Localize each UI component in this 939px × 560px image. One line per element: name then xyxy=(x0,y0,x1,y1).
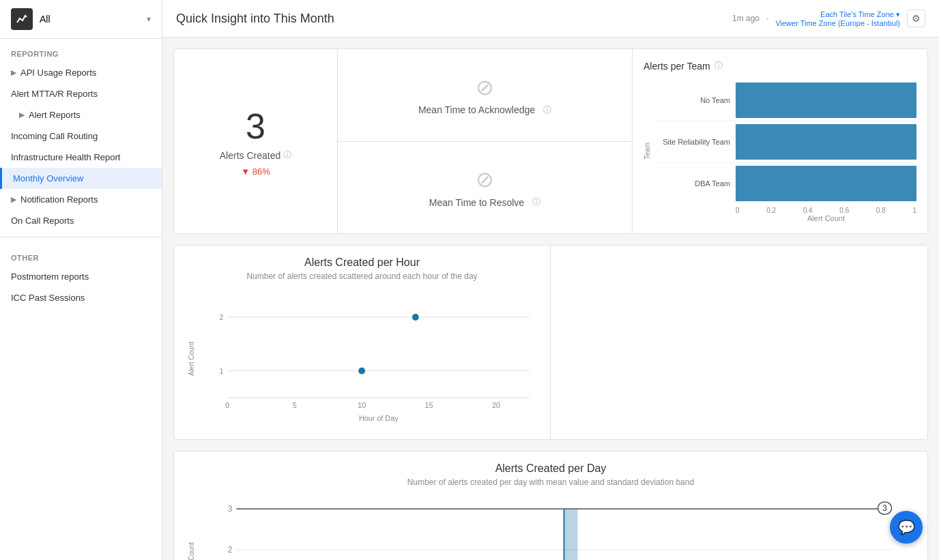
tick-02: 0.2 xyxy=(766,207,776,214)
per-day-title: Alerts Created per Day xyxy=(188,462,914,475)
scatter-chart-tile: Alerts Created per Hour Number of alerts… xyxy=(174,246,551,439)
team-row-srt: Site Reliability Team xyxy=(654,121,916,163)
last-updated: 1m ago xyxy=(732,14,760,23)
sidebar-item-label: ICC Past Sessions xyxy=(11,293,85,303)
mtta-label: Mean Time to Acknowledge ⓘ xyxy=(418,104,551,116)
svg-text:5: 5 xyxy=(293,401,297,409)
bar-fill-dba xyxy=(736,166,916,201)
tick-06: 0.6 xyxy=(839,207,849,214)
sidebar-item-alert-mttar[interactable]: Alert MTTA/R Reports xyxy=(0,83,162,104)
svg-text:3: 3 xyxy=(882,503,887,513)
sidebar-item-label: On Call Reports xyxy=(11,216,74,226)
svg-text:20: 20 xyxy=(492,401,500,409)
tick-08: 0.8 xyxy=(876,207,886,214)
dashboard: 3 Alerts Created ⓘ ▼ 86% ⊘ Mean Time to … xyxy=(162,38,939,560)
alerts-team-info-icon[interactable]: ⓘ xyxy=(714,60,723,72)
alerts-change-badge: ▼ 86% xyxy=(241,166,270,177)
header-right: 1m ago · Each Tile's Time Zone ▾ Viewer … xyxy=(732,10,925,27)
expand-icon: ▶ xyxy=(11,68,16,77)
svg-text:Hour of Day: Hour of Day xyxy=(359,414,399,422)
timezone-info: Each Tile's Time Zone ▾ Viewer Time Zone… xyxy=(775,10,900,27)
team-x-label: Alert Count xyxy=(654,214,916,222)
scatter-chart-body: 2 1 0 5 10 15 20 Hour of Day xyxy=(201,289,536,428)
team-label-no-team: No Team xyxy=(654,96,736,104)
sidebar-divider xyxy=(0,237,162,237)
right-placeholder xyxy=(551,246,927,439)
sidebar-item-incoming-call[interactable]: Incoming Call Routing xyxy=(0,126,162,147)
top-row: 3 Alerts Created ⓘ ▼ 86% ⊘ Mean Time to … xyxy=(173,48,928,234)
per-day-y-axis-label: Count xyxy=(188,542,195,560)
svg-text:0: 0 xyxy=(225,401,229,409)
mtta-label-text: Mean Time to Acknowledge xyxy=(418,104,535,115)
bar-fill-no-team xyxy=(736,83,916,118)
team-bar-no-team xyxy=(736,80,916,121)
scatter-inner: Alert Count 2 1 0 5 xyxy=(188,289,536,428)
timezone-value[interactable]: Viewer Time Zone (Europe - Istanbul) xyxy=(775,19,900,27)
team-y-axis-label: Team xyxy=(644,143,651,159)
expand-icon: ▶ xyxy=(19,110,25,119)
sidebar-item-label: Notification Reports xyxy=(20,194,98,205)
app-logo-icon xyxy=(11,8,33,30)
middle-row: Alerts Created per Hour Number of alerts… xyxy=(173,245,928,440)
sidebar-item-infra-health[interactable]: Infrastructure Health Report xyxy=(0,147,162,168)
mtta-null-icon: ⊘ xyxy=(476,74,494,100)
scatter-point-1 xyxy=(358,368,365,374)
sidebar-item-on-call-reports[interactable]: On Call Reports xyxy=(0,210,162,231)
team-bar-srt xyxy=(736,121,916,162)
svg-text:1: 1 xyxy=(219,367,223,375)
sidebar-item-postmortem[interactable]: Postmortem reports xyxy=(0,266,162,287)
alerts-created-info-icon[interactable]: ⓘ xyxy=(283,149,291,161)
svg-text:15: 15 xyxy=(425,401,433,409)
team-label-dba: DBA Team xyxy=(654,179,736,188)
tick-0: 0 xyxy=(736,207,740,214)
sidebar-item-notification-reports[interactable]: ▶ Notification Reports xyxy=(0,189,162,210)
sidebar-item-alert-reports[interactable]: ▶ Alert Reports xyxy=(0,104,162,126)
reporting-section-label: REPORTING xyxy=(0,39,162,62)
sidebar: All ▾ REPORTING ▶ API Usage Reports Aler… xyxy=(0,0,162,560)
alerts-created-count: 3 xyxy=(246,106,265,147)
sidebar-item-monthly-overview[interactable]: Monthly Overview xyxy=(0,168,162,189)
sidebar-chevron-icon: ▾ xyxy=(147,14,151,24)
mtta-mtr-column: ⊘ Mean Time to Acknowledge ⓘ ⊘ Mean Time… xyxy=(338,49,633,233)
tick-1: 1 xyxy=(912,207,916,214)
per-day-tile: Alerts Created per Day Number of alerts … xyxy=(173,451,928,560)
settings-button[interactable]: ⚙ xyxy=(907,10,925,27)
alerts-per-team-title-text: Alerts per Team xyxy=(644,61,710,72)
alerts-created-label: Alerts Created ⓘ xyxy=(220,149,291,161)
sidebar-item-label: Alert Reports xyxy=(29,110,81,120)
svg-text:10: 10 xyxy=(358,401,366,409)
page-header: Quick Insight into This Month 1m ago · E… xyxy=(162,0,939,38)
mtr-label: Mean Time to Resolve ⓘ xyxy=(429,196,540,208)
sidebar-item-api-usage[interactable]: ▶ API Usage Reports xyxy=(0,62,162,83)
team-bar-dba xyxy=(736,163,916,204)
timezone-label[interactable]: Each Tile's Time Zone ▾ xyxy=(820,10,900,19)
sidebar-item-label: Postmortem reports xyxy=(11,271,89,282)
per-day-y-label-wrap: Count xyxy=(188,495,195,560)
bar-fill-srt xyxy=(736,124,916,160)
sidebar-header[interactable]: All ▾ xyxy=(0,0,162,39)
team-row-dba: DBA Team xyxy=(654,163,916,204)
sidebar-item-icc-past[interactable]: ICC Past Sessions xyxy=(0,287,162,308)
scatter-subtitle: Number of alerts created scattered aroun… xyxy=(188,271,536,281)
per-day-subtitle: Number of alerts created per day with me… xyxy=(188,477,914,487)
team-label-srt: Site Reliability Team xyxy=(654,138,736,146)
scatter-y-axis-label: Alert Count xyxy=(188,342,195,376)
chat-button[interactable]: 💬 xyxy=(890,511,923,544)
svg-text:2: 2 xyxy=(228,545,233,555)
expand-icon: ▶ xyxy=(11,195,16,204)
svg-text:3: 3 xyxy=(228,504,233,514)
mtta-info-icon[interactable]: ⓘ xyxy=(543,104,551,116)
alerts-created-label-text: Alerts Created xyxy=(220,150,280,161)
other-section-label: OTHER xyxy=(0,243,162,266)
reporting-section: REPORTING ▶ API Usage Reports Alert MTTA… xyxy=(0,39,162,231)
alerts-per-team-tile: Alerts per Team ⓘ Team No Team xyxy=(633,49,927,233)
other-section: OTHER Postmortem reports ICC Past Sessio… xyxy=(0,243,162,308)
per-day-svg: 3 2 3 xyxy=(201,495,914,560)
scatter-point-2 xyxy=(412,314,419,321)
sidebar-item-label: Incoming Call Routing xyxy=(11,131,98,141)
page-title: Quick Insight into This Month xyxy=(176,12,334,26)
mtr-info-icon[interactable]: ⓘ xyxy=(532,196,540,208)
sidebar-item-label: API Usage Reports xyxy=(20,68,96,78)
separator: · xyxy=(766,14,768,23)
team-row-no-team: No Team xyxy=(654,80,916,121)
